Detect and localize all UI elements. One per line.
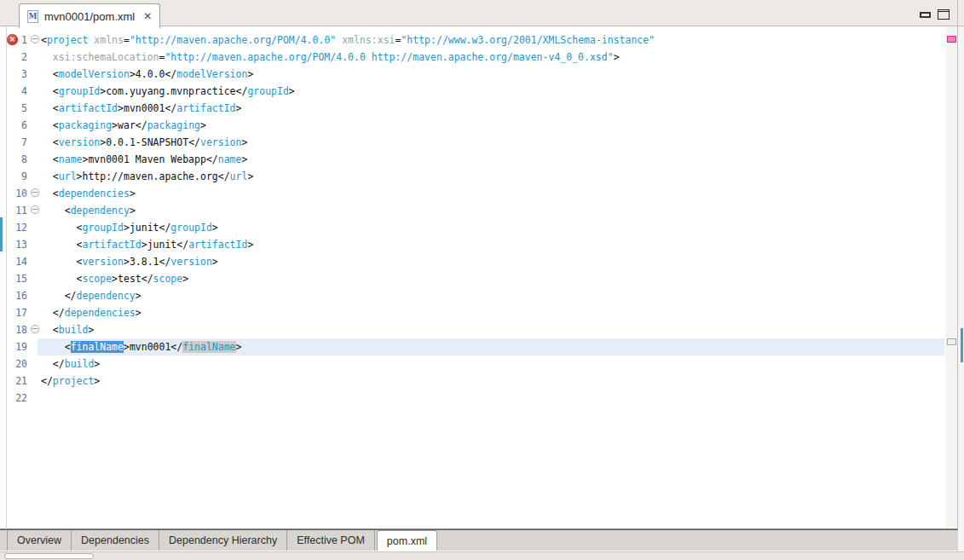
code-text: <version>0.0.1-SNAPSHOT</version>: [41, 134, 247, 151]
code-line[interactable]: 10 <dependencies>: [0, 185, 964, 202]
eclipse-pom-editor: M mvn0001/pom.xml ✕ ✕1<project xmlns="ht…: [0, 0, 964, 560]
code-line[interactable]: 13 <artifactId>junit</artifactId>: [0, 236, 964, 253]
fold-collapse-icon[interactable]: [31, 205, 39, 214]
code-line[interactable]: 22: [0, 390, 964, 407]
code-text: <finalName>mvn0001</finalName>: [41, 338, 241, 355]
code-punct: >: [247, 170, 253, 182]
overview-marker-occurrence[interactable]: [947, 338, 956, 345]
range-indicator: [0, 217, 3, 251]
code-punct: </: [165, 102, 176, 114]
code-line[interactable]: 15 <scope>test</scope>: [0, 270, 964, 287]
attr-name: xmlns:xsi: [342, 34, 395, 46]
tag-name: version: [200, 136, 241, 148]
tab-dependency-hierarchy[interactable]: Dependency Hierarchy: [159, 530, 287, 551]
code-punct: >: [77, 170, 83, 182]
line-number: 22: [3, 390, 27, 407]
code-punct: <: [41, 102, 59, 114]
code-line[interactable]: 14 <version>3.8.1</version>: [0, 253, 964, 270]
element-text: 0.0.1-SNAPSHOT: [106, 136, 188, 148]
code-punct: =: [124, 34, 130, 46]
overview-ruler[interactable]: [945, 26, 957, 528]
code-line[interactable]: 4 <groupId>com.yuyang.mvnpractice</group…: [0, 83, 964, 100]
code-line[interactable]: 2 xsi:schemaLocation="http://maven.apach…: [0, 49, 964, 66]
tag-name: project: [47, 34, 88, 46]
code-text: <version>3.8.1</version>: [41, 253, 218, 270]
line-number: 9: [3, 168, 27, 185]
code-line[interactable]: 7 <version>0.0.1-SNAPSHOT</version>: [0, 134, 964, 151]
code-punct: </: [41, 307, 65, 319]
code-line[interactable]: 20 </build>: [0, 355, 964, 372]
code-punct: >: [118, 102, 124, 114]
attr-name: xsi:schemaLocation: [53, 51, 159, 63]
tag-name: groupId: [82, 222, 123, 234]
editor-tab-pom-xml[interactable]: M mvn0001/pom.xml ✕: [19, 3, 160, 28]
element-text: 4.0.0: [136, 68, 165, 80]
editor-tab-title: mvn0001/pom.xml: [44, 10, 135, 23]
code-text: <project xmlns="http://maven.apache.org/…: [41, 32, 655, 49]
code-punct: </: [188, 136, 200, 148]
minimize-icon[interactable]: [920, 12, 931, 18]
code-text: <dependency>: [41, 202, 136, 219]
code-line[interactable]: 16 </dependency>: [0, 287, 964, 304]
attr-value: "http://maven.apache.org/POM/4.0.0": [130, 34, 336, 46]
code-punct: [41, 51, 53, 63]
code-line[interactable]: 3 <modelVersion>4.0.0</modelVersion>: [0, 66, 964, 83]
element-text: junit: [130, 222, 159, 234]
code-punct: >: [136, 307, 141, 319]
tag-name: scope: [153, 273, 183, 285]
attr-name: xmlns: [94, 34, 124, 46]
code-line[interactable]: 12 <groupId>junit</groupId>: [0, 219, 964, 236]
tag-name: scope: [82, 273, 112, 285]
code-line[interactable]: 5 <artifactId>mvn0001</artifactId>: [0, 100, 964, 117]
line-number: 15: [3, 270, 27, 287]
tab-pom-xml[interactable]: pom.xml: [377, 530, 437, 551]
code-punct: >: [236, 102, 242, 114]
line-number: 18: [3, 321, 27, 338]
code-text: <modelVersion>4.0.0</modelVersion>: [41, 66, 253, 83]
code-line[interactable]: 11 <dependency>: [0, 202, 964, 219]
code-line[interactable]: 19 <finalName>mvn0001</finalName>: [0, 338, 964, 355]
code-punct: >: [200, 119, 206, 131]
line-number: 4: [3, 83, 27, 100]
tag-name: build: [65, 358, 95, 370]
tab-effective-pom[interactable]: Effective POM: [287, 530, 375, 551]
line-number: 11: [3, 202, 27, 219]
right-scroll-column: [958, 0, 964, 551]
fold-collapse-icon[interactable]: [31, 188, 39, 197]
code-punct: <: [41, 119, 59, 131]
tab-overview[interactable]: Overview: [7, 530, 72, 551]
code-punct: >: [124, 341, 130, 353]
line-number: 12: [3, 219, 27, 236]
code-punct: </: [170, 341, 182, 353]
code-line[interactable]: 18 <build>: [0, 321, 964, 338]
code-line[interactable]: 17 </dependencies>: [0, 304, 964, 321]
code-text: </dependencies>: [41, 304, 141, 321]
code-line[interactable]: 21</project>: [0, 372, 964, 390]
code-punct: >: [614, 51, 620, 63]
code-punct: <: [41, 136, 59, 148]
line-number: 19: [3, 338, 27, 355]
close-icon[interactable]: ✕: [143, 10, 152, 22]
code-punct: </: [159, 256, 171, 268]
code-punct: </: [141, 273, 153, 285]
code-line[interactable]: 9 <url>http://maven.apache.org</url>: [0, 168, 964, 185]
fold-collapse-icon[interactable]: [31, 35, 39, 43]
element-text: 3.8.1: [130, 256, 159, 268]
fold-collapse-icon[interactable]: [31, 325, 39, 333]
code-punct: </: [41, 290, 77, 302]
code-text: <dependencies>: [41, 185, 136, 202]
tab-dependencies[interactable]: Dependencies: [72, 530, 159, 551]
element-text: test: [118, 273, 141, 285]
overview-marker-pink[interactable]: [947, 36, 956, 43]
code-punct: >: [247, 68, 253, 80]
element-text: com.yuyang.mvnpractice: [106, 85, 235, 97]
code-line[interactable]: ✕1<project xmlns="http://maven.apache.or…: [0, 32, 964, 49]
element-text: war: [118, 119, 136, 131]
code-line[interactable]: 6 <packaging>war</packaging>: [0, 117, 964, 134]
code-punct: <: [41, 256, 82, 268]
code-line[interactable]: 8 <name>mvn0001 Maven Webapp</name>: [0, 151, 964, 168]
line-number: 16: [3, 287, 27, 304]
maximize-icon[interactable]: [938, 9, 950, 20]
bottom-scrollbar-thumb[interactable]: [4, 553, 94, 559]
element-text: mvn0001: [124, 102, 165, 114]
